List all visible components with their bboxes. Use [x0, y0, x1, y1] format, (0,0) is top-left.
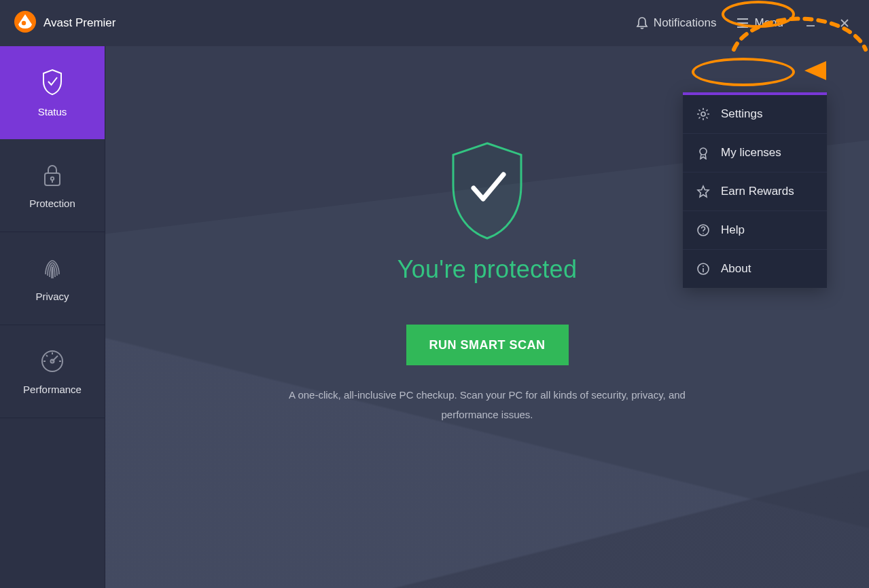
sidebar-item-label: Status [38, 106, 67, 117]
header-right: Notifications Menu [629, 10, 858, 37]
minimize-button[interactable] [797, 10, 824, 37]
run-smart-scan-button[interactable]: RUN SMART SCAN [406, 325, 569, 365]
svg-point-19 [700, 148, 707, 155]
sidebar-item-protection[interactable]: Protection [0, 139, 105, 232]
status-text: You're protected [397, 255, 578, 284]
sidebar: Status Protection [0, 46, 105, 588]
gear-icon [696, 107, 710, 121]
app-title: Avast Premier [43, 16, 116, 30]
gauge-icon [39, 348, 65, 374]
sidebar-item-label: Performance [23, 384, 82, 395]
fingerprint-icon [40, 255, 65, 281]
sidebar-item-status[interactable]: Status [0, 46, 105, 139]
lock-icon [41, 162, 63, 188]
menu-item-settings[interactable]: Settings [683, 95, 827, 134]
menu-item-about[interactable]: About [683, 250, 827, 288]
menu-item-rewards[interactable]: Earn Rewards [683, 172, 827, 211]
menu-item-label: My licenses [721, 146, 781, 160]
menu-item-label: Settings [721, 107, 762, 121]
menu-dropdown: Settings My licenses Earn Rewards [683, 92, 827, 288]
svg-point-21 [703, 233, 704, 234]
close-button[interactable] [831, 10, 858, 37]
menu-item-licenses[interactable]: My licenses [683, 134, 827, 172]
menu-item-label: Help [721, 223, 745, 237]
bell-icon [636, 16, 648, 30]
svg-line-13 [52, 356, 58, 361]
svg-point-9 [51, 177, 54, 179]
scan-description: A one-click, all-inclusive PC checkup. S… [277, 386, 698, 424]
svg-rect-8 [45, 173, 60, 185]
sidebar-item-label: Privacy [35, 291, 69, 302]
menu-label: Menu [754, 16, 783, 30]
protected-shield-icon [440, 138, 535, 246]
hamburger-icon [737, 18, 749, 28]
notifications-button[interactable]: Notifications [629, 11, 724, 35]
sidebar-item-privacy[interactable]: Privacy [0, 232, 105, 325]
question-circle-icon [696, 223, 710, 237]
info-circle-icon [696, 262, 710, 276]
avast-logo-icon [14, 10, 37, 36]
header-bar: Avast Premier Notifications [0, 0, 869, 46]
star-icon [696, 185, 710, 198]
sidebar-item-performance[interactable]: Performance [0, 325, 105, 418]
shield-check-icon [40, 68, 65, 96]
svg-point-1 [22, 21, 26, 25]
svg-point-23 [703, 265, 704, 267]
menu-item-label: Earn Rewards [721, 185, 794, 198]
body: Status Protection [0, 46, 869, 588]
notifications-label: Notifications [654, 16, 717, 30]
app-window: Avast Premier Notifications [0, 0, 869, 588]
menu-item-label: About [721, 262, 751, 276]
menu-button[interactable]: Menu [730, 11, 790, 35]
app-logo-wrap: Avast Premier [14, 10, 116, 36]
svg-line-17 [46, 355, 48, 356]
menu-item-help[interactable]: Help [683, 211, 827, 250]
sidebar-item-label: Protection [29, 198, 75, 209]
svg-point-18 [701, 112, 705, 116]
license-icon [696, 146, 710, 160]
